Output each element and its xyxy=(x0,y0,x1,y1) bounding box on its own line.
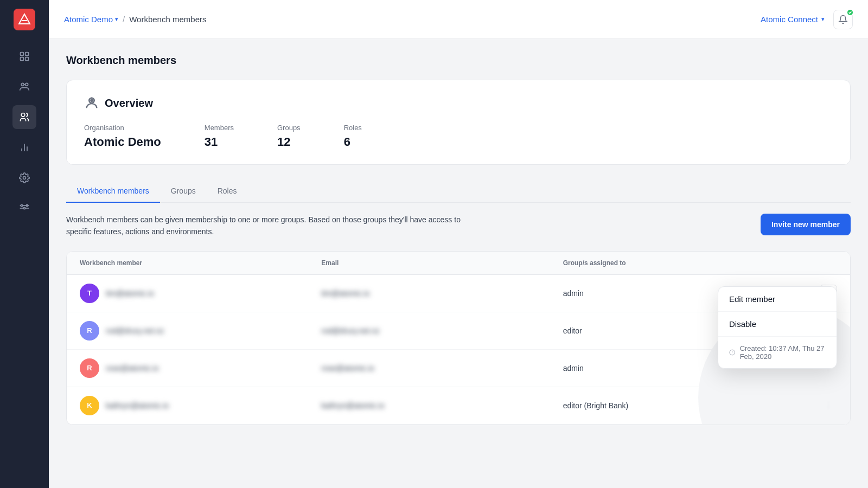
breadcrumb-chevron-icon: ▾ xyxy=(115,16,118,23)
context-menu-disable[interactable]: Disable xyxy=(718,312,837,336)
stat-roles-label: Roles xyxy=(344,124,362,132)
members-table: Workbench member Email Group/s assigned … xyxy=(66,251,851,425)
breadcrumb-org-name: Atomic Demo xyxy=(64,15,113,24)
svg-rect-5 xyxy=(25,57,29,61)
svg-point-13 xyxy=(23,177,26,179)
stat-members: Members 31 xyxy=(205,124,234,149)
overview-stats: Organisation Atomic Demo Members 31 Grou… xyxy=(84,124,833,149)
notifications-button[interactable] xyxy=(833,10,853,29)
sidebar-icon-users[interactable] xyxy=(12,105,36,129)
overview-card: Overview Organisation Atomic Demo Member… xyxy=(66,80,851,165)
email-cell: kathryn@atomic.io xyxy=(321,401,563,410)
product-chevron-icon: ▾ xyxy=(821,16,825,23)
table-row: K kathryn@atomic.io kathryn@atomic.io ed… xyxy=(67,387,850,425)
overview-header: Overview xyxy=(84,95,833,111)
actions-cell: ⋮ xyxy=(805,397,837,414)
product-switcher[interactable]: Atomic Connect ▾ xyxy=(761,15,825,24)
stat-members-label: Members xyxy=(205,124,234,132)
context-menu-disable-label: Disable xyxy=(729,319,756,329)
member-cell: R rose@atomic.io xyxy=(80,358,321,378)
invite-new-member-button[interactable]: Invite new member xyxy=(761,214,851,235)
group-cell: editor (Bright Bank) xyxy=(563,401,805,410)
topbar-right: Atomic Connect ▾ xyxy=(761,10,853,29)
tab-groups[interactable]: Groups xyxy=(160,180,207,203)
stat-organisation: Organisation Atomic Demo xyxy=(84,124,161,149)
svg-point-14 xyxy=(21,204,22,206)
stat-organisation-value: Atomic Demo xyxy=(84,135,161,149)
col-group: Group/s assigned to xyxy=(563,259,805,267)
col-member: Workbench member xyxy=(80,259,321,267)
tab-workbench-members[interactable]: Workbench members xyxy=(66,180,160,203)
notification-badge xyxy=(846,9,854,16)
svg-point-6 xyxy=(21,83,24,86)
svg-rect-3 xyxy=(25,53,29,56)
sidebar-icon-settings[interactable] xyxy=(12,166,36,190)
stat-groups-label: Groups xyxy=(277,124,301,132)
email-cell: rod@drury.net.nz xyxy=(321,326,563,335)
product-label: Atomic Connect xyxy=(761,15,818,24)
tabs: Workbench members Groups Roles xyxy=(66,180,851,203)
tab-roles[interactable]: Roles xyxy=(207,180,248,203)
avatar: K xyxy=(80,396,99,415)
context-menu: Edit member Disable Created: 10:37 AM, T… xyxy=(718,286,837,369)
context-menu-edit[interactable]: Edit member xyxy=(718,287,837,311)
svg-point-23 xyxy=(91,100,93,102)
app-logo xyxy=(14,9,35,30)
topbar: Atomic Demo ▾ / Workbench members Atomic… xyxy=(49,0,868,39)
breadcrumb-link[interactable]: Atomic Demo ▾ xyxy=(64,15,118,24)
svg-point-7 xyxy=(25,83,28,86)
info-icon xyxy=(729,348,736,357)
email-cell: rose@atomic.io xyxy=(321,364,563,373)
col-email: Email xyxy=(321,259,563,267)
stat-groups-value: 12 xyxy=(277,135,301,149)
overview-icon xyxy=(84,95,99,111)
context-menu-edit-label: Edit member xyxy=(729,294,775,304)
breadcrumb-separator: / xyxy=(123,15,125,24)
email-cell: tim@atomic.io xyxy=(321,289,563,298)
sidebar-icon-user-link[interactable] xyxy=(12,75,36,99)
sidebar-icon-grid[interactable] xyxy=(12,44,36,68)
sidebar xyxy=(0,0,49,488)
stat-organisation-label: Organisation xyxy=(84,124,161,132)
svg-point-15 xyxy=(23,207,25,209)
breadcrumb-current: Workbench members xyxy=(129,15,206,24)
member-name: kathryn@atomic.io xyxy=(106,401,169,410)
breadcrumb: Atomic Demo ▾ / Workbench members xyxy=(64,15,761,24)
member-name: rod@drury.net.nz xyxy=(106,326,164,335)
context-menu-footer-text: Created: 10:37 AM, Thu 27 Feb, 2020 xyxy=(740,344,826,361)
page-content: Workbench members Overview Organisation … xyxy=(49,39,868,488)
page-title: Workbench members xyxy=(66,54,851,67)
col-actions xyxy=(805,259,837,267)
table-header: Workbench member Email Group/s assigned … xyxy=(67,252,850,275)
row-more-button[interactable]: ⋮ xyxy=(820,397,837,414)
sidebar-icon-chart[interactable] xyxy=(12,136,36,159)
member-name: rose@atomic.io xyxy=(106,364,158,373)
stat-members-value: 31 xyxy=(205,135,234,149)
avatar: T xyxy=(80,284,99,303)
svg-point-9 xyxy=(21,113,25,117)
overview-title: Overview xyxy=(105,97,153,110)
description-row: Workbench members can be given membershi… xyxy=(66,214,851,238)
member-cell: T tim@atomic.io xyxy=(80,284,321,303)
main-content: Atomic Demo ▾ / Workbench members Atomic… xyxy=(49,0,868,488)
member-cell: K kathryn@atomic.io xyxy=(80,396,321,415)
description-text: Workbench members can be given membershi… xyxy=(66,214,478,238)
stat-roles-value: 6 xyxy=(344,135,362,149)
avatar: R xyxy=(80,321,99,341)
stat-groups: Groups 12 xyxy=(277,124,301,149)
member-cell: R rod@drury.net.nz xyxy=(80,321,321,341)
svg-rect-2 xyxy=(21,53,24,56)
avatar: R xyxy=(80,358,99,378)
context-menu-footer: Created: 10:37 AM, Thu 27 Feb, 2020 xyxy=(718,337,837,368)
svg-marker-0 xyxy=(19,14,30,24)
sidebar-icon-filter[interactable] xyxy=(12,196,36,220)
member-name: tim@atomic.io xyxy=(106,289,154,298)
svg-rect-4 xyxy=(21,57,24,61)
stat-roles: Roles 6 xyxy=(344,124,362,149)
